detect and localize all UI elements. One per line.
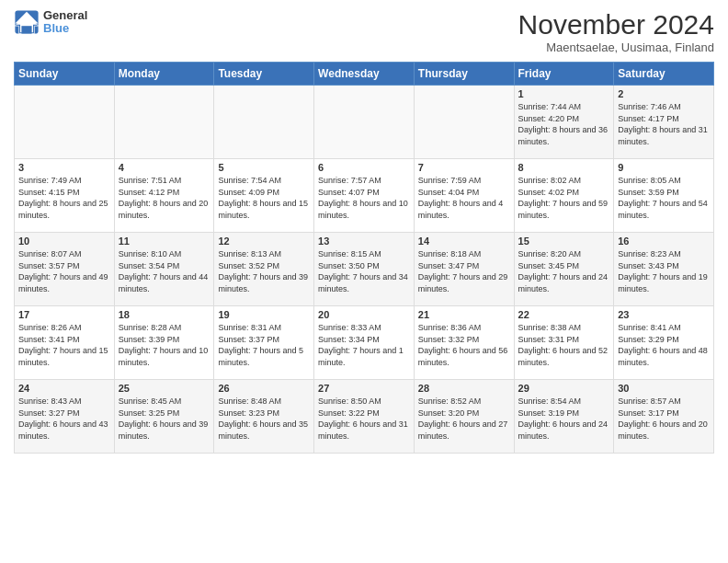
header-friday: Friday bbox=[514, 63, 614, 86]
table-cell: 9Sunrise: 8:05 AMSunset: 3:59 PMDaylight… bbox=[614, 159, 714, 233]
table-cell: 16Sunrise: 8:23 AMSunset: 3:43 PMDayligh… bbox=[614, 233, 714, 306]
day-number: 20 bbox=[318, 309, 410, 320]
day-number: 7 bbox=[418, 162, 510, 173]
day-info: Sunrise: 8:50 AMSunset: 3:22 PMDaylight:… bbox=[318, 396, 410, 442]
day-info: Sunrise: 8:07 AMSunset: 3:57 PMDaylight:… bbox=[18, 248, 110, 294]
title-block: November 2024 Maentsaelae, Uusimaa, Finl… bbox=[518, 9, 714, 54]
day-number: 4 bbox=[119, 162, 210, 173]
logo-line1: General bbox=[43, 9, 87, 22]
table-cell: 5Sunrise: 7:54 AMSunset: 4:09 PMDaylight… bbox=[214, 159, 314, 233]
day-number: 17 bbox=[18, 309, 110, 320]
table-cell: 29Sunrise: 8:54 AMSunset: 3:19 PMDayligh… bbox=[514, 380, 614, 454]
day-number: 25 bbox=[119, 383, 210, 394]
page-container: General Blue November 2024 Maentsaelae, … bbox=[0, 0, 728, 458]
day-info: Sunrise: 8:02 AMSunset: 4:02 PMDaylight:… bbox=[518, 175, 610, 221]
day-info: Sunrise: 8:33 AMSunset: 3:34 PMDaylight:… bbox=[318, 322, 410, 368]
table-cell: 19Sunrise: 8:31 AMSunset: 3:37 PMDayligh… bbox=[214, 306, 314, 380]
table-cell: 11Sunrise: 8:10 AMSunset: 3:54 PMDayligh… bbox=[114, 233, 214, 306]
table-cell: 28Sunrise: 8:52 AMSunset: 3:20 PMDayligh… bbox=[414, 380, 514, 454]
table-cell: 17Sunrise: 8:26 AMSunset: 3:41 PMDayligh… bbox=[15, 306, 115, 380]
table-cell: 14Sunrise: 8:18 AMSunset: 3:47 PMDayligh… bbox=[414, 233, 514, 306]
day-number: 19 bbox=[218, 309, 310, 320]
day-info: Sunrise: 8:28 AMSunset: 3:39 PMDaylight:… bbox=[119, 322, 210, 368]
day-number: 29 bbox=[518, 383, 610, 394]
day-info: Sunrise: 8:26 AMSunset: 3:41 PMDaylight:… bbox=[18, 322, 110, 368]
day-info: Sunrise: 8:05 AMSunset: 3:59 PMDaylight:… bbox=[618, 175, 710, 221]
header-wednesday: Wednesday bbox=[314, 63, 415, 86]
day-info: Sunrise: 8:13 AMSunset: 3:52 PMDaylight:… bbox=[218, 248, 310, 294]
day-number: 1 bbox=[518, 88, 610, 99]
table-cell: 25Sunrise: 8:45 AMSunset: 3:25 PMDayligh… bbox=[114, 380, 214, 454]
day-info: Sunrise: 8:41 AMSunset: 3:29 PMDaylight:… bbox=[618, 322, 710, 368]
week-row-4: 17Sunrise: 8:26 AMSunset: 3:41 PMDayligh… bbox=[15, 306, 714, 380]
day-number: 26 bbox=[218, 383, 310, 394]
table-cell: 20Sunrise: 8:33 AMSunset: 3:34 PMDayligh… bbox=[314, 306, 415, 380]
day-number: 22 bbox=[518, 309, 610, 320]
header-monday: Monday bbox=[114, 63, 214, 86]
table-cell: 23Sunrise: 8:41 AMSunset: 3:29 PMDayligh… bbox=[614, 306, 714, 380]
day-number: 21 bbox=[418, 309, 510, 320]
table-cell: 3Sunrise: 7:49 AMSunset: 4:15 PMDaylight… bbox=[15, 159, 115, 233]
header-row-days: Sunday Monday Tuesday Wednesday Thursday… bbox=[15, 63, 714, 86]
header-sunday: Sunday bbox=[15, 63, 115, 86]
day-number: 18 bbox=[119, 309, 210, 320]
table-cell: 4Sunrise: 7:51 AMSunset: 4:12 PMDaylight… bbox=[114, 159, 214, 233]
day-info: Sunrise: 8:15 AMSunset: 3:50 PMDaylight:… bbox=[318, 248, 410, 294]
day-number: 2 bbox=[618, 88, 710, 99]
day-number: 9 bbox=[618, 162, 710, 173]
table-cell bbox=[214, 86, 314, 159]
day-info: Sunrise: 7:59 AMSunset: 4:04 PMDaylight:… bbox=[418, 175, 510, 221]
table-cell bbox=[414, 86, 514, 159]
table-cell: 15Sunrise: 8:20 AMSunset: 3:45 PMDayligh… bbox=[514, 233, 614, 306]
day-number: 6 bbox=[318, 162, 410, 173]
day-number: 10 bbox=[18, 236, 110, 247]
table-cell: 27Sunrise: 8:50 AMSunset: 3:22 PMDayligh… bbox=[314, 380, 415, 454]
table-cell: 18Sunrise: 8:28 AMSunset: 3:39 PMDayligh… bbox=[114, 306, 214, 380]
day-info: Sunrise: 8:54 AMSunset: 3:19 PMDaylight:… bbox=[518, 396, 610, 442]
table-cell: 30Sunrise: 8:57 AMSunset: 3:17 PMDayligh… bbox=[614, 380, 714, 454]
header-thursday: Thursday bbox=[414, 63, 514, 86]
day-number: 15 bbox=[518, 236, 610, 247]
header-tuesday: Tuesday bbox=[214, 63, 314, 86]
logo-line2: Blue bbox=[43, 22, 87, 35]
day-info: Sunrise: 8:36 AMSunset: 3:32 PMDaylight:… bbox=[418, 322, 510, 368]
day-info: Sunrise: 8:10 AMSunset: 3:54 PMDaylight:… bbox=[119, 248, 210, 294]
table-cell: 22Sunrise: 8:38 AMSunset: 3:31 PMDayligh… bbox=[514, 306, 614, 380]
day-info: Sunrise: 8:43 AMSunset: 3:27 PMDaylight:… bbox=[18, 396, 110, 442]
day-number: 3 bbox=[18, 162, 110, 173]
day-number: 14 bbox=[418, 236, 510, 247]
day-number: 12 bbox=[218, 236, 310, 247]
day-info: Sunrise: 8:18 AMSunset: 3:47 PMDaylight:… bbox=[418, 248, 510, 294]
day-info: Sunrise: 8:38 AMSunset: 3:31 PMDaylight:… bbox=[518, 322, 610, 368]
table-cell: 7Sunrise: 7:59 AMSunset: 4:04 PMDaylight… bbox=[414, 159, 514, 233]
day-info: Sunrise: 8:31 AMSunset: 3:37 PMDaylight:… bbox=[218, 322, 310, 368]
day-number: 28 bbox=[418, 383, 510, 394]
day-info: Sunrise: 7:51 AMSunset: 4:12 PMDaylight:… bbox=[119, 175, 210, 221]
day-number: 23 bbox=[618, 309, 710, 320]
week-row-2: 3Sunrise: 7:49 AMSunset: 4:15 PMDaylight… bbox=[15, 159, 714, 233]
day-info: Sunrise: 7:49 AMSunset: 4:15 PMDaylight:… bbox=[18, 175, 110, 221]
table-cell: 6Sunrise: 7:57 AMSunset: 4:07 PMDaylight… bbox=[314, 159, 415, 233]
day-number: 13 bbox=[318, 236, 410, 247]
month-title: November 2024 bbox=[518, 9, 714, 40]
logo-text: General Blue bbox=[43, 9, 87, 36]
day-info: Sunrise: 8:48 AMSunset: 3:23 PMDaylight:… bbox=[218, 396, 310, 442]
day-info: Sunrise: 8:20 AMSunset: 3:45 PMDaylight:… bbox=[518, 248, 610, 294]
day-number: 11 bbox=[119, 236, 210, 247]
day-number: 30 bbox=[618, 383, 710, 394]
table-cell bbox=[314, 86, 415, 159]
day-number: 8 bbox=[518, 162, 610, 173]
day-info: Sunrise: 8:57 AMSunset: 3:17 PMDaylight:… bbox=[618, 396, 710, 442]
day-info: Sunrise: 8:52 AMSunset: 3:20 PMDaylight:… bbox=[418, 396, 510, 442]
week-row-1: 1Sunrise: 7:44 AMSunset: 4:20 PMDaylight… bbox=[15, 86, 714, 159]
week-row-5: 24Sunrise: 8:43 AMSunset: 3:27 PMDayligh… bbox=[15, 380, 714, 454]
day-number: 24 bbox=[18, 383, 110, 394]
table-cell: 12Sunrise: 8:13 AMSunset: 3:52 PMDayligh… bbox=[214, 233, 314, 306]
table-cell: 13Sunrise: 8:15 AMSunset: 3:50 PMDayligh… bbox=[314, 233, 415, 306]
day-info: Sunrise: 7:46 AMSunset: 4:17 PMDaylight:… bbox=[618, 101, 710, 147]
day-info: Sunrise: 8:45 AMSunset: 3:25 PMDaylight:… bbox=[119, 396, 210, 442]
week-row-3: 10Sunrise: 8:07 AMSunset: 3:57 PMDayligh… bbox=[15, 233, 714, 306]
header-saturday: Saturday bbox=[614, 63, 714, 86]
logo-icon bbox=[14, 9, 40, 35]
day-info: Sunrise: 7:44 AMSunset: 4:20 PMDaylight:… bbox=[518, 101, 610, 147]
